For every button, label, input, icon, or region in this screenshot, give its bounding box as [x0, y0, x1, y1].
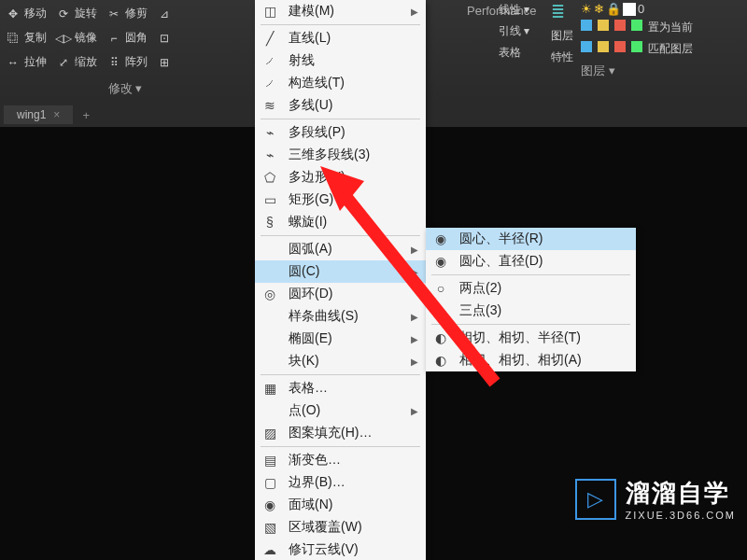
menu-item[interactable]: ▨图案填充(H)…: [255, 422, 426, 444]
ttr-icon: ◐: [431, 329, 450, 346]
menu-item-label: 三点(3): [459, 302, 628, 319]
menu-item[interactable]: ◎圆环(D): [255, 283, 426, 305]
menu-item[interactable]: ○三点(3): [426, 300, 636, 322]
menu-item[interactable]: ▤渐变色…: [255, 449, 426, 471]
menu-item-label: 渐变色…: [289, 452, 418, 469]
layer-swatch[interactable]: [631, 20, 642, 31]
line-icon: ╱: [261, 30, 279, 47]
draw-menu: ◫建模(M)▶╱直线(L)⟋射线⟋构造线(T)≋多线(U)⌁多段线(P)⌁三维多…: [255, 0, 426, 560]
menu-item[interactable]: ○两点(2): [426, 277, 636, 300]
layer-swatch[interactable]: [614, 41, 626, 52]
layer-swatch[interactable]: [581, 41, 592, 52]
layer-icons-col: ☀❄🔒0 置为当前 匹配图层 图层 ▾: [581, 2, 741, 100]
menu-item[interactable]: 椭圆(E)▶: [255, 328, 426, 350]
menu-item[interactable]: ◉面域(N): [255, 494, 426, 516]
menu-item-label: 面域(N): [289, 497, 418, 513]
menu-item[interactable]: 圆弧(A)▶: [255, 238, 426, 260]
menu-item-label: 相切、相切、相切(A): [459, 352, 628, 369]
menu-item[interactable]: ⟋构造线(T): [255, 72, 426, 94]
move-label: 移动: [24, 6, 47, 21]
layer-swatch[interactable]: [598, 41, 609, 52]
pline-icon: ⌁: [261, 124, 279, 141]
blank-icon: [261, 308, 279, 325]
watermark-title: 溜溜自学: [626, 477, 736, 510]
menu-item[interactable]: ☁修订云线(V): [255, 539, 426, 560]
trim-button[interactable]: ✂修剪: [106, 6, 148, 21]
menu-item[interactable]: 圆(C)▶: [255, 260, 426, 283]
tab-add-button[interactable]: +: [77, 105, 95, 124]
set-current-button[interactable]: 置为当前: [648, 20, 693, 35]
chevron-icon: ⊿: [157, 7, 172, 21]
menu-item[interactable]: ≋多线(U): [255, 94, 426, 117]
menu-item[interactable]: ▢边界(B)…: [255, 471, 426, 494]
menu-item[interactable]: ◉圆心、直径(D): [426, 250, 636, 273]
menu-item[interactable]: ◐相切、相切、相切(A): [426, 349, 636, 371]
menu-item[interactable]: ▭矩形(G): [255, 189, 426, 211]
layer-main-icon[interactable]: ≣: [551, 2, 573, 22]
rotate-button[interactable]: ⟳旋转: [56, 6, 97, 21]
move-button[interactable]: ✥移动: [6, 6, 47, 21]
more3-button[interactable]: ⊞: [157, 55, 172, 70]
trim-icon: ✂: [106, 7, 121, 21]
blank-icon: [261, 402, 279, 419]
menu-item[interactable]: ⌁三维多段线(3): [255, 144, 426, 166]
menu-item[interactable]: ▧区域覆盖(W): [255, 516, 426, 539]
array-button[interactable]: ⠿阵列: [106, 54, 148, 70]
layer-swatch[interactable]: [581, 20, 592, 31]
layer-state-row[interactable]: ☀❄🔒0: [581, 2, 741, 16]
menu-item[interactable]: §螺旋(I): [255, 211, 426, 233]
menu-item-label: 直线(L): [289, 30, 418, 47]
table-button[interactable]: 表格: [499, 45, 543, 61]
menu-item[interactable]: ⟋射线: [255, 49, 426, 72]
mirror-button[interactable]: ◁▷镜像: [56, 30, 97, 46]
menu-item[interactable]: ╱直线(L): [255, 27, 426, 49]
menu-item[interactable]: ⌁多段线(P): [255, 121, 426, 144]
mirror-icon: ◁▷: [56, 31, 71, 46]
wipeout-icon: ▧: [261, 519, 279, 536]
menu-item[interactable]: ▦表格…: [255, 377, 426, 399]
stretch-button[interactable]: ↔拉伸: [6, 54, 47, 70]
tab-wing1[interactable]: wing1 ×: [4, 105, 73, 124]
fillet-label: 圆角: [125, 30, 148, 46]
trim-label: 修剪: [125, 6, 148, 21]
menu-separator: [261, 446, 420, 447]
fillet-button[interactable]: ⌐圆角: [106, 30, 148, 46]
submenu-arrow-icon: ▶: [411, 406, 418, 416]
menu-item[interactable]: 样条曲线(S)▶: [255, 305, 426, 328]
submenu-arrow-icon: ▶: [411, 357, 418, 367]
menu-item[interactable]: ⬠多边形(Y): [255, 166, 426, 189]
linear-button[interactable]: 线性 ▾: [499, 2, 543, 18]
layer-swatch[interactable]: [631, 41, 642, 52]
scale-button[interactable]: ⤢缩放: [56, 54, 97, 70]
menu-item-label: 圆弧(A): [289, 241, 402, 258]
cube-icon: ◫: [261, 3, 279, 20]
layer-label: 图层: [551, 28, 573, 44]
copy-button[interactable]: ⿻复制: [6, 30, 47, 46]
tab-close-icon[interactable]: ×: [53, 108, 60, 121]
more1-button[interactable]: ⊿: [157, 7, 172, 21]
menu-item[interactable]: 块(K)▶: [255, 350, 426, 372]
leader-label: 引线 ▾: [499, 23, 529, 39]
more2-button[interactable]: ⊡: [157, 31, 172, 46]
menu-item[interactable]: 点(O)▶: [255, 399, 426, 422]
hatch-icon: ▨: [261, 425, 279, 441]
menu-separator: [431, 324, 630, 325]
layer-panel-label[interactable]: 图层 ▾: [581, 63, 741, 79]
menu-item[interactable]: ◫建模(M)▶: [255, 0, 426, 22]
menu-item-label: 圆环(D): [289, 286, 418, 302]
menu-item[interactable]: ◉圆心、半径(R): [426, 228, 636, 250]
menu-item-label: 圆(C): [289, 263, 402, 280]
layer-panel: 线性 ▾ 引线 ▾ 表格 ≣ 图层 特性 ☀❄🔒0 置为当前 匹: [499, 2, 741, 100]
menu-item[interactable]: ◐相切、相切、半径(T): [426, 327, 636, 349]
rotate-label: 旋转: [75, 6, 97, 21]
menu-item-label: 修订云线(V): [289, 541, 418, 558]
cd-icon: ◉: [431, 253, 450, 270]
tta-icon: ◐: [431, 352, 450, 369]
modify-group-label[interactable]: 修改 ▾: [6, 80, 245, 97]
menu-item-label: 螺旋(I): [289, 214, 418, 231]
layer-swatch[interactable]: [614, 20, 626, 31]
layer-swatch[interactable]: [598, 20, 609, 31]
layer-props-col: ≣ 图层 特性: [551, 2, 573, 100]
match-layer-button[interactable]: 匹配图层: [648, 41, 693, 57]
leader-button[interactable]: 引线 ▾: [499, 23, 543, 39]
